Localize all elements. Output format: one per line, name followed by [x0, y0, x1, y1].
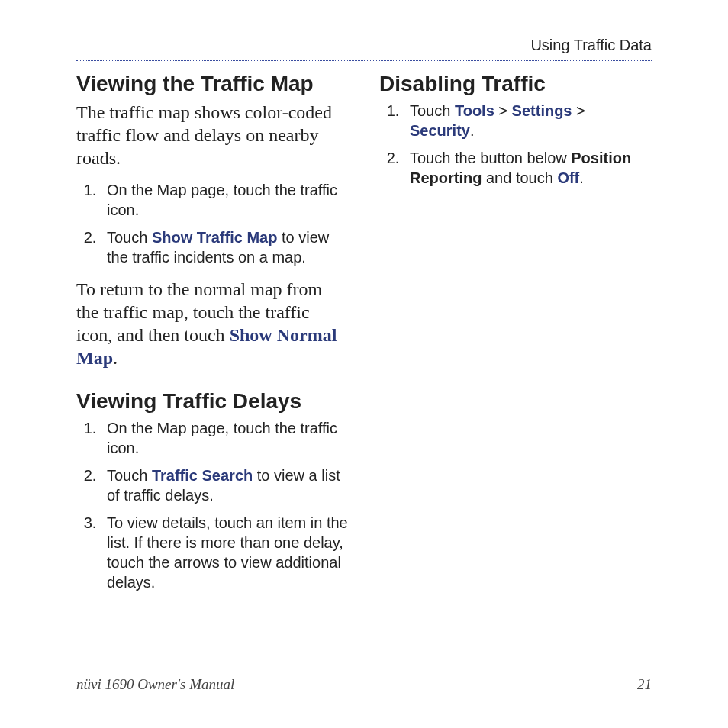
steps-disabling-traffic: Touch Tools > Settings > Security. Touch… — [379, 101, 652, 188]
step-text-post: . — [470, 122, 475, 139]
intro-paragraph: The traffic map shows color-coded traffi… — [76, 101, 349, 169]
content-columns: Viewing the Traffic Map The traffic map … — [76, 72, 652, 603]
sep: > — [572, 102, 585, 119]
page-footer: nüvi 1690 Owner's Manual 21 — [76, 676, 652, 693]
list-item: On the Map page, touch the traffic icon. — [101, 418, 349, 458]
list-item: To view details, touch an item in the li… — [101, 513, 349, 592]
ui-link-settings: Settings — [512, 102, 572, 119]
steps-viewing-map: On the Map page, touch the traffic icon.… — [76, 180, 349, 267]
list-item: On the Map page, touch the traffic icon. — [101, 180, 349, 220]
heading-disabling-traffic: Disabling Traffic — [379, 72, 652, 96]
step-text-pre: Touch — [410, 102, 455, 119]
heading-viewing-traffic-map: Viewing the Traffic Map — [76, 72, 349, 96]
ui-link-off: Off — [557, 169, 579, 186]
return-paragraph: To return to the normal map from the tra… — [76, 278, 349, 369]
list-item: Touch Traffic Search to view a list of t… — [101, 465, 349, 505]
step-text-mid: and touch — [482, 169, 557, 186]
step-text: On the Map page, touch the traffic icon. — [107, 182, 337, 218]
list-item: Touch the button below Position Reportin… — [404, 148, 652, 188]
list-item: Touch Tools > Settings > Security. — [404, 101, 652, 140]
section-header: Using Traffic Data — [76, 37, 652, 61]
footer-manual-name: nüvi 1690 Owner's Manual — [76, 676, 234, 693]
step-text-pre: Touch — [107, 467, 152, 484]
footer-page-number: 21 — [637, 676, 652, 693]
left-column: Viewing the Traffic Map The traffic map … — [76, 72, 349, 603]
step-text: To view details, touch an item in the li… — [107, 514, 348, 591]
step-text: On the Map page, touch the traffic icon. — [107, 420, 337, 456]
ui-link-show-traffic-map: Show Traffic Map — [152, 229, 277, 246]
ui-link-traffic-search: Traffic Search — [152, 467, 253, 484]
steps-viewing-delays: On the Map page, touch the traffic icon.… — [76, 418, 349, 592]
heading-viewing-traffic-delays: Viewing Traffic Delays — [76, 389, 349, 414]
ui-link-tools: Tools — [455, 102, 494, 119]
manual-page: Using Traffic Data Viewing the Traffic M… — [0, 0, 728, 728]
step-text-post: . — [579, 169, 584, 186]
right-column: Disabling Traffic Touch Tools > Settings… — [379, 72, 652, 603]
step-text-pre: Touch the button below — [410, 150, 571, 166]
return-text-post: . — [113, 348, 118, 368]
step-text-pre: Touch — [107, 229, 152, 246]
ui-link-security: Security — [410, 122, 470, 139]
sep: > — [494, 102, 512, 119]
section-title: Using Traffic Data — [530, 37, 652, 53]
list-item: Touch Show Traffic Map to view the traff… — [101, 227, 349, 267]
